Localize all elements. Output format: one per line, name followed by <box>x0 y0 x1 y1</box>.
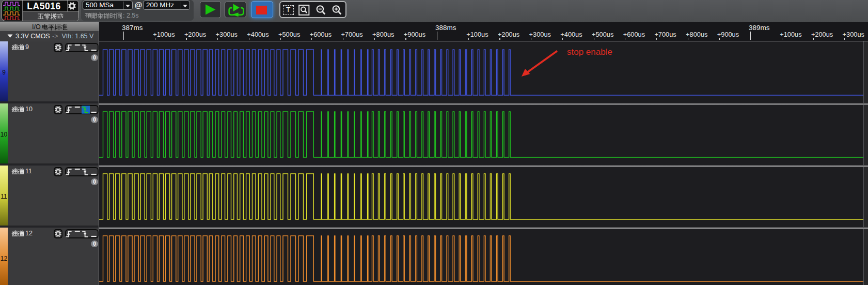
svg-text:stop enable: stop enable <box>567 47 612 57</box>
